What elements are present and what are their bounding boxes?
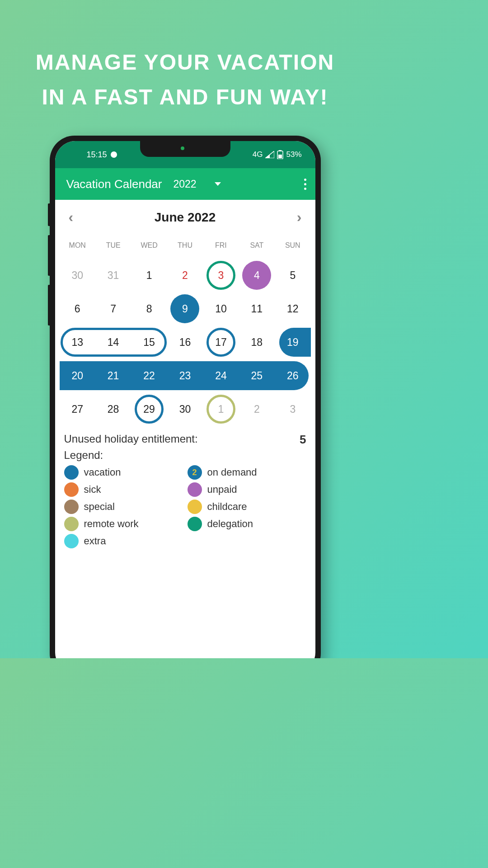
day-cell[interactable]: 2 (239, 394, 275, 425)
day-cell-vacation[interactable]: 9 (167, 293, 203, 324)
day-cell[interactable]: 27 (60, 394, 95, 425)
day-cell[interactable]: 23 (167, 360, 203, 391)
status-battery: 53% (286, 150, 301, 159)
battery-icon (277, 150, 283, 159)
day-cell[interactable]: 12 (275, 293, 310, 324)
day-cell[interactable]: 26 (275, 360, 310, 391)
status-time: 15:15 (87, 150, 107, 160)
phone-notch (140, 141, 230, 157)
summary-section: Unused holiday entitlement: 5 Legend: va… (55, 426, 315, 555)
day-cell[interactable]: 18 (239, 327, 275, 358)
day-cell[interactable]: 31 (95, 260, 131, 291)
special-dot-icon (64, 500, 79, 514)
week-row: 20 21 22 23 24 25 26 (60, 359, 311, 392)
prev-month-button[interactable]: ‹ (69, 209, 74, 226)
legend-vacation: vacation (64, 465, 183, 480)
tagline-line2: IN A FAST AND FUN WAY! (0, 80, 370, 115)
phone-mockup: 15:15 4G 53% Vacation Calendar 2022 ‹ Ju… (50, 136, 321, 658)
chevron-down-icon (215, 182, 221, 186)
legend-unpaid: unpaid (188, 482, 306, 497)
day-cell-remote[interactable]: 1 (203, 394, 239, 425)
week-row: 6 7 8 9 10 11 12 (60, 292, 311, 326)
svg-rect-1 (278, 155, 282, 158)
status-notification-dot (111, 151, 117, 158)
signal-icon (265, 151, 274, 158)
day-cell[interactable]: 15 (131, 327, 167, 358)
remote-dot-icon (64, 517, 79, 531)
year-dropdown-label: 2022 (174, 178, 197, 190)
calendar-grid: MON TUE WED THU FRI SAT SUN 30 31 1 2 3 (55, 235, 315, 426)
day-cell[interactable]: 10 (203, 293, 239, 324)
weekday-label: FRI (203, 241, 239, 250)
day-cell-delegation[interactable]: 3 (203, 260, 239, 291)
day-cell[interactable]: 20 (60, 360, 95, 391)
status-network: 4G (253, 150, 263, 159)
day-cell[interactable]: 30 (167, 394, 203, 425)
day-cell[interactable]: 8 (131, 293, 167, 324)
day-cell[interactable]: 30 (60, 260, 95, 291)
week-row: 13 14 15 16 17 18 19 (60, 326, 311, 359)
weekday-label: SUN (275, 241, 310, 250)
delegation-dot-icon (188, 517, 202, 531)
day-cell-vacation[interactable]: 29 (131, 394, 167, 425)
weekday-label: MON (60, 241, 95, 250)
day-cell[interactable]: 21 (95, 360, 131, 391)
unpaid-dot-icon (188, 482, 202, 497)
legend-sick: sick (64, 482, 183, 497)
legend-delegation: delegation (188, 517, 306, 531)
day-cell[interactable]: 6 (60, 293, 95, 324)
extra-dot-icon (64, 534, 79, 548)
day-cell[interactable]: 22 (131, 360, 167, 391)
legend-extra: extra (64, 534, 183, 548)
overflow-menu[interactable] (302, 176, 309, 192)
app-title: Vacation Calendar (66, 177, 162, 191)
next-month-button[interactable]: › (297, 209, 302, 226)
day-cell[interactable]: 25 (239, 360, 275, 391)
weekday-label: WED (131, 241, 167, 250)
legend-remote: remote work (64, 517, 183, 531)
app-header: Vacation Calendar 2022 (55, 168, 315, 200)
legend-grid: vacation 2 on demand sick unpaid special (64, 465, 306, 548)
legend-special: special (64, 500, 183, 514)
unused-entitlement-label: Unused holiday entitlement: (64, 433, 198, 447)
sick-dot-icon (64, 482, 79, 497)
weekday-label: TUE (95, 241, 131, 250)
weekday-label: THU (167, 241, 203, 250)
svg-rect-2 (279, 150, 282, 151)
week-row: 30 31 1 2 3 4 5 (60, 259, 311, 292)
day-cell[interactable]: 24 (203, 360, 239, 391)
day-cell[interactable]: 2 (167, 260, 203, 291)
legend-label: Legend: (64, 449, 306, 462)
on-demand-dot-icon: 2 (188, 465, 202, 480)
weekday-header: MON TUE WED THU FRI SAT SUN (60, 235, 311, 259)
day-cell[interactable]: 14 (95, 327, 131, 358)
day-cell[interactable]: 7 (95, 293, 131, 324)
day-cell[interactable]: 1 (131, 260, 167, 291)
day-cell[interactable]: 11 (239, 293, 275, 324)
day-cell-unpaid[interactable]: 4 (239, 260, 275, 291)
day-cell[interactable]: 13 (60, 327, 95, 358)
week-row: 27 28 29 30 1 2 3 (60, 392, 311, 426)
childcare-dot-icon (188, 500, 202, 514)
day-cell[interactable]: 3 (275, 394, 310, 425)
promo-tagline: MANAGE YOUR VACATION IN A FAST AND FUN W… (0, 0, 370, 115)
unused-entitlement-value: 5 (300, 433, 306, 447)
day-cell-vacation[interactable]: 17 (203, 327, 239, 358)
day-cell[interactable]: 16 (167, 327, 203, 358)
legend-on-demand: 2 on demand (188, 465, 306, 480)
tagline-line1: MANAGE YOUR VACATION (0, 45, 370, 80)
day-cell[interactable]: 28 (95, 394, 131, 425)
month-navigation: ‹ June 2022 › (55, 200, 315, 235)
month-title: June 2022 (155, 210, 216, 225)
weekday-label: SAT (239, 241, 275, 250)
vacation-dot-icon (64, 465, 79, 480)
day-cell[interactable]: 19 (275, 327, 310, 358)
day-cell[interactable]: 5 (275, 260, 310, 291)
legend-childcare: childcare (188, 500, 306, 514)
year-dropdown[interactable]: 2022 (174, 178, 302, 190)
